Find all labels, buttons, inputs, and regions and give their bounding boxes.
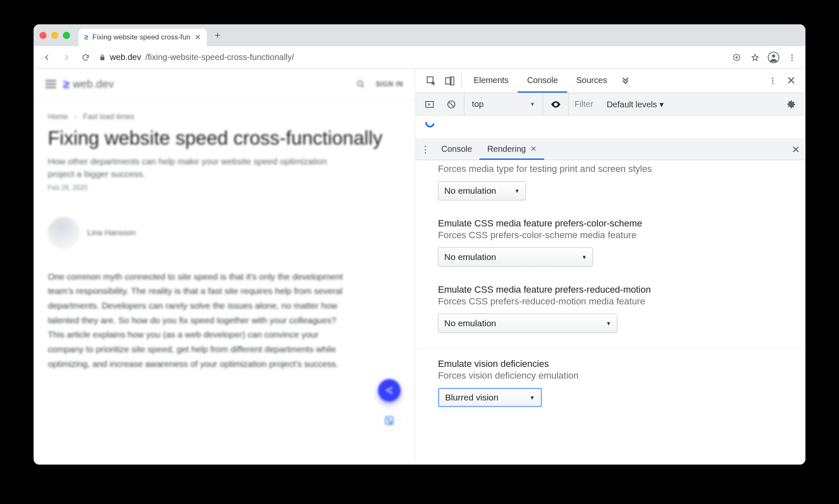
prefers-color-scheme-select[interactable]: No emulation ▼	[438, 247, 593, 267]
chevron-down-icon: ▼	[530, 101, 535, 107]
article-body: One common myth connected to site speed …	[34, 249, 369, 371]
search-icon[interactable]	[352, 76, 369, 93]
svg-point-5	[791, 59, 792, 60]
site-brand: web.dev	[73, 78, 114, 91]
close-window-button[interactable]	[39, 32, 47, 39]
crumb-section[interactable]: Fast load times	[83, 112, 134, 121]
page-title: Fixing website speed cross-functionally	[34, 121, 415, 149]
drawer-tab-close-button[interactable]: ✕	[530, 144, 537, 153]
devtools-menu-button[interactable]	[763, 77, 782, 85]
log-levels-select[interactable]: Default levels ▾	[602, 99, 668, 109]
svg-point-15	[772, 80, 773, 81]
logo-mark-icon: ≥	[63, 78, 69, 91]
console-toolbar: top ▼ Filter Default levels ▾	[415, 93, 805, 116]
vision-deficiency-desc: Forces vision deficiency emulation	[438, 370, 783, 381]
chevron-down-icon: ▼	[514, 188, 520, 194]
console-prompt-icon	[424, 117, 437, 130]
context-selector[interactable]: top ▼	[464, 93, 543, 115]
browser-window: ≥ Fixing website speed cross-fun ✕ + web…	[34, 24, 805, 465]
device-toolbar-button[interactable]	[440, 69, 459, 93]
profile-button[interactable]	[765, 49, 782, 66]
media-emulation-value: No emulation	[444, 186, 496, 196]
tab-console[interactable]: Console	[518, 69, 567, 93]
address-bar: web.dev/fixing-website-speed-cross-funct…	[34, 46, 805, 69]
prefers-color-scheme-title: Emulate CSS media feature prefers-color-…	[438, 218, 783, 229]
devtools-close-button[interactable]: ✕	[782, 74, 800, 87]
share-fab[interactable]	[378, 379, 401, 402]
url-host: web.dev	[110, 52, 141, 62]
drawer-tab-console-label: Console	[441, 144, 472, 154]
lock-icon	[99, 54, 106, 61]
rendering-panel[interactable]: Forces media type for testing print and …	[415, 160, 805, 465]
maximize-window-button[interactable]	[63, 32, 70, 39]
author-name: Lina Hansson	[87, 228, 136, 237]
prefers-reduced-motion-title: Emulate CSS media feature prefers-reduce…	[438, 284, 783, 295]
site-logo[interactable]: ≥ web.dev	[63, 78, 114, 91]
forward-button[interactable]	[58, 49, 75, 66]
live-expression-button[interactable]	[547, 99, 565, 110]
browser-menu-button[interactable]	[784, 49, 800, 66]
prefers-reduced-motion-value: No emulation	[444, 318, 496, 328]
reload-button[interactable]	[77, 49, 94, 66]
chevron-down-icon: ▼	[529, 395, 535, 401]
install-app-button[interactable]	[728, 49, 745, 66]
inspect-element-button[interactable]	[422, 69, 440, 93]
svg-rect-10	[386, 417, 393, 424]
prefers-color-scheme-desc: Forces CSS prefers-color-scheme media fe…	[438, 230, 783, 241]
translate-fab[interactable]	[378, 409, 401, 432]
tab-strip: ≥ Fixing website speed cross-fun ✕ +	[34, 24, 805, 46]
page-subtitle: How other departments can help make your…	[34, 149, 352, 181]
clear-console-button[interactable]	[442, 99, 461, 109]
filter-placeholder: Filter	[575, 99, 593, 109]
drawer-menu-button[interactable]: ⋮	[417, 139, 434, 160]
media-emulation-desc: Forces media type for testing print and …	[438, 164, 783, 174]
svg-point-16	[772, 83, 773, 84]
crumb-home[interactable]: Home	[48, 112, 68, 121]
favicon-icon: ≥	[84, 33, 88, 42]
back-button[interactable]	[39, 49, 55, 66]
drawer-tab-rendering-label: Rendering	[487, 144, 526, 154]
content-area: ≥ web.dev SIGN IN Home › Fast load times…	[34, 69, 805, 465]
omnibox[interactable]: web.dev/fixing-website-speed-cross-funct…	[96, 52, 726, 62]
window-controls	[39, 32, 70, 39]
author-block: Lina Hansson	[34, 192, 415, 249]
drawer-tab-rendering[interactable]: Rendering ✕	[479, 139, 544, 160]
hamburger-icon[interactable]	[45, 80, 56, 88]
tab-elements[interactable]: Elements	[464, 69, 518, 93]
vision-deficiency-select[interactable]: Blurred vision ▼	[438, 388, 542, 407]
browser-tab[interactable]: ≥ Fixing website speed cross-fun ✕	[78, 29, 207, 46]
svg-point-3	[791, 54, 792, 55]
minimize-window-button[interactable]	[51, 32, 58, 39]
more-tabs-button[interactable]	[616, 69, 635, 93]
prefers-reduced-motion-desc: Forces CSS prefers-reduced-motion media …	[438, 296, 783, 307]
avatar	[48, 217, 80, 249]
breadcrumb: Home › Fast load times	[34, 100, 415, 121]
console-filter-input[interactable]: Filter	[568, 93, 599, 115]
webpage-viewport[interactable]: ≥ web.dev SIGN IN Home › Fast load times…	[34, 69, 415, 465]
devtools-panel: Elements Console Sources ✕	[415, 69, 805, 465]
console-output[interactable]	[415, 116, 805, 139]
svg-point-14	[772, 78, 773, 79]
tab-sources[interactable]: Sources	[567, 69, 616, 93]
console-sidebar-toggle[interactable]	[420, 99, 439, 109]
chevron-down-icon: ▼	[606, 320, 611, 327]
media-emulation-select[interactable]: No emulation ▼	[438, 181, 526, 200]
devtools-tabbar: Elements Console Sources ✕	[415, 69, 805, 93]
bookmark-button[interactable]	[747, 49, 763, 66]
drawer-tab-console[interactable]: Console	[434, 139, 479, 160]
vision-deficiency-title: Emulate vision deficiencies	[438, 359, 783, 369]
vision-deficiency-value: Blurred vision	[445, 392, 498, 403]
prefers-reduced-motion-select[interactable]: No emulation ▼	[438, 314, 618, 333]
context-value: top	[472, 99, 484, 109]
signin-link[interactable]: SIGN IN	[376, 81, 403, 88]
console-settings-button[interactable]	[782, 99, 800, 110]
site-header: ≥ web.dev SIGN IN	[34, 69, 415, 100]
tab-title: Fixing website speed cross-fun	[92, 33, 190, 42]
chevron-down-icon: ▼	[581, 254, 587, 260]
new-tab-button[interactable]: +	[210, 28, 225, 43]
drawer-close-button[interactable]: ✕	[786, 139, 805, 160]
tab-close-button[interactable]: ✕	[195, 33, 201, 42]
drawer-tabbar: ⋮ Console Rendering ✕ ✕	[415, 139, 805, 160]
page-date: Feb 28, 2020	[34, 181, 415, 192]
svg-point-6	[357, 81, 362, 86]
